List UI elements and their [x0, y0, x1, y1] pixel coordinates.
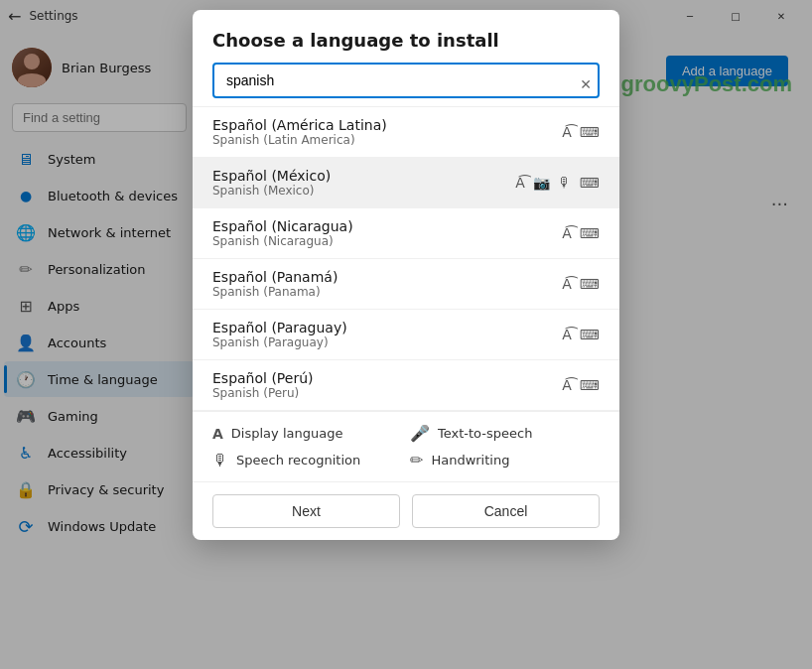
- feature-handwriting-label: Handwriting: [431, 453, 509, 468]
- display-icon-1: A͡: [515, 175, 525, 191]
- feature-tts-label: Text-to-speech: [438, 426, 532, 441]
- display-icon-3: A͡: [562, 276, 572, 292]
- feature-tts: 🎤 Text-to-speech: [410, 424, 600, 443]
- feature-speech-label: Speech recognition: [236, 453, 360, 468]
- language-text-5: Español (Perú) Spanish (Peru): [212, 370, 562, 400]
- keyboard-icon-3: ⌨: [580, 276, 600, 292]
- language-text-2: Español (Nicaragua) Spanish (Nicaragua): [212, 218, 562, 248]
- language-text-1: Español (México) Spanish (Mexico): [212, 168, 515, 198]
- language-item-4[interactable]: Español (Paraguay) Spanish (Paraguay) A͡…: [193, 310, 619, 360]
- cancel-button[interactable]: Cancel: [412, 494, 600, 528]
- tts-icon: 🎤: [410, 424, 430, 443]
- language-name-2: Español (Nicaragua): [212, 218, 562, 234]
- feature-handwriting: ✏ Handwriting: [410, 451, 600, 469]
- language-item-2[interactable]: Español (Nicaragua) Spanish (Nicaragua) …: [193, 208, 619, 259]
- settings-window: ← Settings ─ □ ✕ Brian Burgess: [0, 0, 812, 669]
- mic-icon-1: 🎙: [558, 175, 572, 191]
- language-icons-1: A͡ 📷 🎙 ⌨: [515, 175, 600, 191]
- language-sub-2: Spanish (Nicaragua): [212, 234, 562, 248]
- language-item-5[interactable]: Español (Perú) Spanish (Peru) A͡ ⌨: [193, 360, 619, 411]
- language-name-4: Español (Paraguay): [212, 320, 562, 335]
- language-item-3[interactable]: Español (Panamá) Spanish (Panama) A͡ ⌨: [193, 259, 619, 310]
- language-list: Español (América Latina) Spanish (Latin …: [193, 106, 619, 411]
- keyboard-icon-0: ⌨: [580, 124, 600, 140]
- display-icon-0: A͡: [562, 124, 572, 140]
- keyboard-icon-4: ⌨: [580, 327, 600, 342]
- modal-overlay: Choose a language to install ✕ Español (…: [0, 0, 812, 669]
- display-icon-5: A͡: [562, 377, 572, 393]
- speech-recognition-icon: 🎙: [212, 451, 228, 469]
- modal-buttons: Next Cancel: [193, 481, 619, 540]
- language-name-5: Español (Perú): [212, 370, 562, 386]
- modal-search-input[interactable]: [212, 63, 600, 98]
- language-icons-3: A͡ ⌨: [562, 276, 600, 292]
- modal-search-container: ✕: [193, 63, 619, 106]
- language-icons-2: A͡ ⌨: [562, 225, 600, 241]
- language-item-0[interactable]: Español (América Latina) Spanish (Latin …: [193, 107, 619, 158]
- modal-search-clear-button[interactable]: ✕: [580, 76, 592, 92]
- display-language-icon: A: [212, 426, 223, 442]
- display-icon-4: A͡: [562, 327, 572, 342]
- language-sub-4: Spanish (Paraguay): [212, 335, 562, 349]
- keyboard-icon-1: ⌨: [580, 175, 600, 191]
- handwriting-icon: ✏: [410, 451, 423, 469]
- display-icon-2: A͡: [562, 225, 572, 241]
- language-item-1[interactable]: Español (México) Spanish (Mexico) A͡ 📷 🎙…: [193, 158, 619, 208]
- language-name-1: Español (México): [212, 168, 515, 184]
- keyboard-icon-2: ⌨: [580, 225, 600, 241]
- language-icons-4: A͡ ⌨: [562, 327, 600, 342]
- language-name-3: Español (Panamá): [212, 269, 562, 285]
- language-sub-0: Spanish (Latin America): [212, 133, 562, 147]
- language-icons-5: A͡ ⌨: [562, 377, 600, 393]
- language-sub-3: Spanish (Panama): [212, 285, 562, 299]
- language-text-3: Español (Panamá) Spanish (Panama): [212, 269, 562, 299]
- modal-header: Choose a language to install: [193, 10, 619, 63]
- language-modal: Choose a language to install ✕ Español (…: [193, 10, 619, 540]
- language-icons-0: A͡ ⌨: [562, 124, 600, 140]
- language-text-0: Español (América Latina) Spanish (Latin …: [212, 117, 562, 147]
- language-sub-5: Spanish (Peru): [212, 386, 562, 400]
- feature-display-language: A Display language: [212, 424, 402, 443]
- modal-features: A Display language 🎤 Text-to-speech 🎙 Sp…: [193, 411, 619, 481]
- language-name-0: Español (América Latina): [212, 117, 562, 133]
- feature-display-label: Display language: [231, 426, 343, 441]
- feature-speech-recognition: 🎙 Speech recognition: [212, 451, 402, 469]
- next-button[interactable]: Next: [212, 494, 400, 528]
- language-text-4: Español (Paraguay) Spanish (Paraguay): [212, 320, 562, 349]
- language-sub-1: Spanish (Mexico): [212, 184, 515, 198]
- camera-icon-1: 📷: [533, 175, 550, 191]
- modal-title: Choose a language to install: [212, 30, 600, 51]
- keyboard-icon-5: ⌨: [580, 377, 600, 393]
